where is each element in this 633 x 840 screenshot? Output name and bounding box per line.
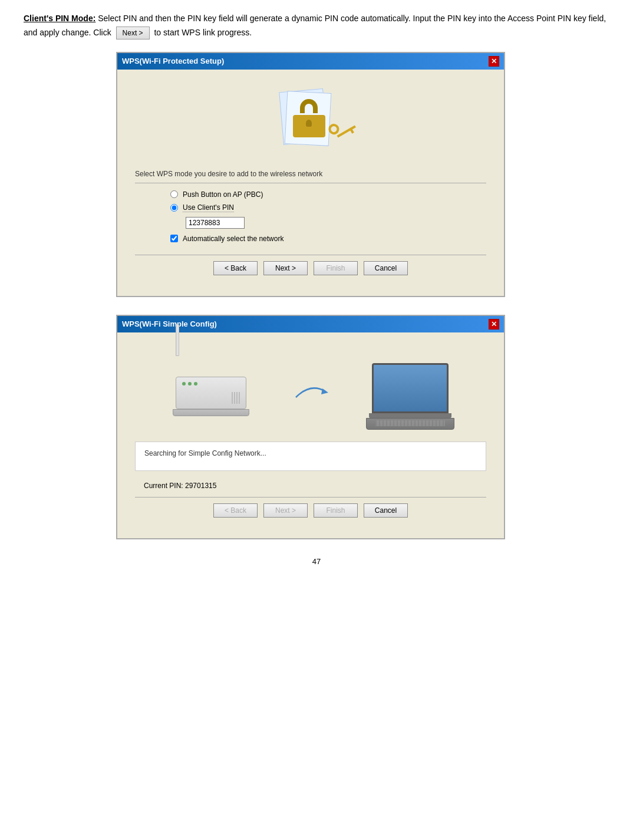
arrow-svg bbox=[293, 380, 328, 403]
current-pin-label: Current PIN: 29701315 bbox=[144, 482, 216, 490]
dialog2-buttons: < Back Next > Finish Cancel bbox=[135, 497, 486, 526]
dialog1-cancel-button[interactable]: Cancel bbox=[364, 261, 408, 275]
lock-keyhole bbox=[306, 120, 312, 127]
dialog2-cancel-button[interactable]: Cancel bbox=[364, 503, 408, 518]
router-vent-line-3 bbox=[236, 392, 238, 404]
dialog1-title: WPS(Wi-Fi Protected Setup) bbox=[122, 57, 224, 65]
auto-select-checkbox-item[interactable]: Automatically select the network bbox=[170, 235, 486, 243]
dialog2-back-button[interactable]: < Back bbox=[213, 503, 258, 518]
laptop-icon bbox=[363, 353, 457, 430]
connection-arrow bbox=[293, 380, 328, 403]
router-led-2 bbox=[188, 382, 192, 386]
auto-select-checkbox[interactable] bbox=[170, 235, 178, 242]
dialog2-title: WPS(Wi-Fi Simple Config) bbox=[122, 319, 217, 328]
dialog1-radio-group: Push Button on AP (PBC) Use Client's PIN bbox=[170, 190, 486, 229]
dialog1-content: Select WPS mode you desire to add to the… bbox=[117, 70, 504, 296]
router-antenna bbox=[176, 324, 179, 356]
router-vent-line-4 bbox=[239, 392, 240, 404]
router-vent bbox=[232, 392, 240, 404]
dialog2-icon-area bbox=[135, 344, 486, 442]
dialog2-close-button[interactable]: ✕ bbox=[489, 319, 499, 330]
key-icon bbox=[327, 114, 358, 143]
dialog2-current-pin: Current PIN: 29701315 bbox=[135, 477, 486, 497]
intro-text2: to start WPS link progress. bbox=[154, 28, 252, 37]
pin-label: Use Client's PIN bbox=[183, 203, 234, 212]
dialog1-icon-area bbox=[135, 81, 486, 170]
intro-paragraph: Client's PIN Mode: Select PIN and then t… bbox=[24, 12, 609, 40]
dialog1-buttons: < Back Next > Finish Cancel bbox=[135, 255, 486, 284]
dialogs-area: WPS(Wi-Fi Protected Setup) ✕ bbox=[116, 52, 517, 539]
pin-input-field[interactable] bbox=[186, 217, 245, 229]
key-tooth bbox=[350, 129, 354, 133]
wps-simple-config-dialog: WPS(Wi-Fi Simple Config) ✕ bbox=[116, 315, 505, 539]
dialog2-finish-button[interactable]: Finish bbox=[314, 503, 358, 518]
laptop-base bbox=[366, 418, 454, 430]
dialog2-content: Searching for Simple Config Network... C… bbox=[117, 332, 504, 538]
pbc-option[interactable]: Push Button on AP (PBC) bbox=[170, 190, 486, 199]
router-vent-line-2 bbox=[234, 392, 235, 404]
mode-label: Client's PIN Mode: bbox=[24, 14, 95, 23]
dialog1-finish-button[interactable]: Finish bbox=[314, 261, 358, 275]
pin-radio[interactable] bbox=[170, 204, 178, 212]
lock-body bbox=[293, 115, 325, 137]
dialog1-back-button[interactable]: < Back bbox=[213, 261, 258, 275]
pin-option[interactable]: Use Client's PIN bbox=[170, 203, 486, 212]
pbc-radio[interactable] bbox=[170, 190, 178, 198]
dialog1-close-button[interactable]: ✕ bbox=[489, 56, 499, 67]
lock-key-icon bbox=[275, 87, 346, 158]
pbc-label: Push Button on AP (PBC) bbox=[183, 190, 263, 199]
page-number: 47 bbox=[24, 557, 609, 566]
lock-shackle bbox=[300, 99, 318, 113]
lock-icon-overlay bbox=[293, 99, 325, 137]
dialog1-next-button[interactable]: Next > bbox=[263, 261, 308, 275]
svg-marker-0 bbox=[321, 388, 328, 394]
laptop-keyboard bbox=[375, 420, 445, 426]
router-body bbox=[176, 377, 246, 409]
next-button-inline[interactable]: Next > bbox=[116, 27, 150, 39]
laptop-screen bbox=[372, 363, 449, 413]
router-led-3 bbox=[194, 382, 197, 386]
dialog2-status-area: Searching for Simple Config Network... bbox=[135, 442, 486, 471]
router-icon bbox=[164, 353, 258, 430]
dialog1-titlebar: WPS(Wi-Fi Protected Setup) ✕ bbox=[117, 53, 504, 70]
dialog2-next-button[interactable]: Next > bbox=[263, 503, 308, 518]
router-base bbox=[173, 409, 249, 416]
intro-text1: Select PIN and then the PIN key field wi… bbox=[24, 14, 606, 37]
auto-select-label: Automatically select the network bbox=[183, 235, 283, 243]
dialog1-select-text: Select WPS mode you desire to add to the… bbox=[135, 170, 486, 183]
router-vent-line-1 bbox=[232, 392, 233, 404]
router-leds bbox=[182, 382, 197, 386]
laptop-hinge bbox=[369, 413, 451, 418]
dialog2-status-text: Searching for Simple Config Network... bbox=[144, 449, 477, 457]
router-led-1 bbox=[182, 382, 186, 386]
wps-protected-setup-dialog: WPS(Wi-Fi Protected Setup) ✕ bbox=[116, 52, 505, 297]
